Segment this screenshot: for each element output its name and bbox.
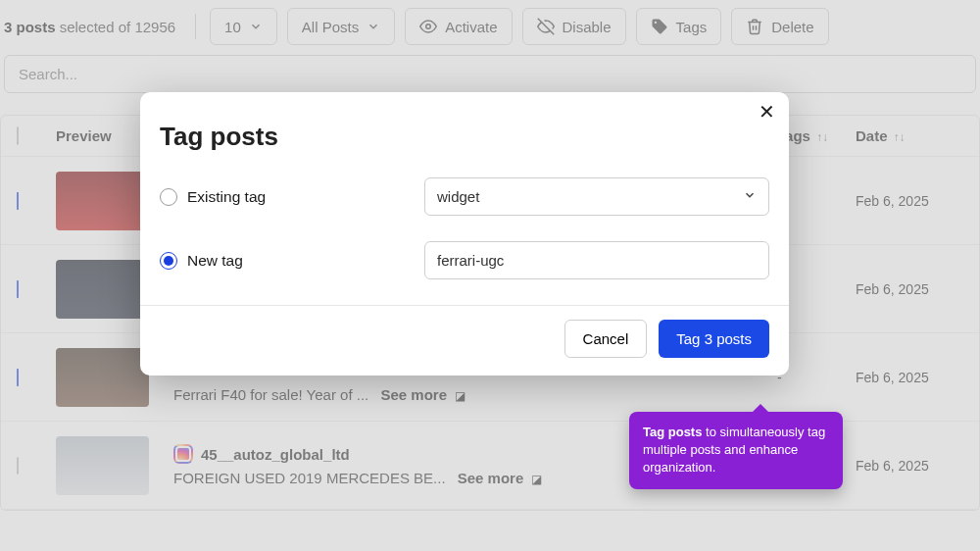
existing-tag-select[interactable]: widget (424, 177, 769, 216)
modal-title: Tag posts (160, 122, 769, 152)
close-icon[interactable]: ✕ (759, 100, 775, 124)
new-tag-input[interactable]: ferrari-ugc (424, 241, 769, 279)
tag-posts-tooltip: Tag posts to simultaneously tag multiple… (629, 412, 843, 489)
new-tag-radio[interactable]: New tag (160, 252, 405, 270)
chevron-down-icon (743, 188, 757, 205)
cancel-button[interactable]: Cancel (564, 320, 648, 358)
tag-posts-button[interactable]: Tag 3 posts (659, 320, 769, 358)
tag-posts-modal: ✕ Tag posts Existing tag widget New tag … (140, 92, 789, 376)
existing-tag-radio[interactable]: Existing tag (160, 188, 405, 206)
